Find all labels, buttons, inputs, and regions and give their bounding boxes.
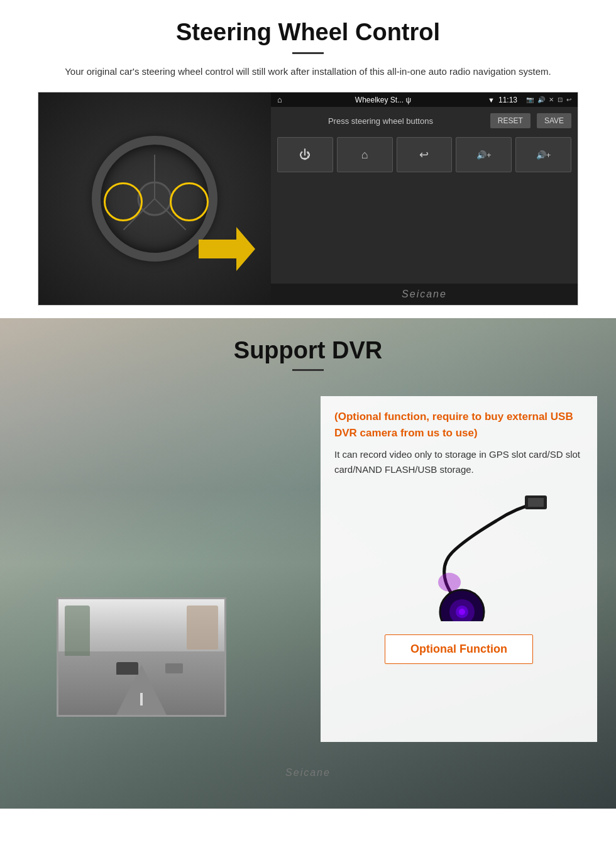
dvr-title: Support DVR (0, 337, 616, 364)
steering-title-underline (292, 52, 324, 54)
steering-section: Steering Wheel Control Your original car… (0, 0, 616, 318)
yellow-arrow (199, 227, 255, 274)
swc-key-home[interactable]: ⌂ (337, 137, 393, 172)
svg-marker-0 (199, 227, 255, 271)
right-button-circle (170, 182, 209, 221)
dvr-main-layout: (Optional function, require to buy exter… (0, 396, 616, 742)
svg-rect-2 (528, 498, 544, 507)
swc-key-vol-up[interactable]: 🔊+ (456, 137, 512, 172)
swc-key-power[interactable]: ⏻ (277, 137, 333, 172)
reset-button[interactable]: RESET (490, 113, 531, 128)
left-button-circle (104, 182, 143, 221)
steering-watermark: Seicane (271, 284, 578, 305)
steering-title: Steering Wheel Control (38, 19, 578, 46)
dvr-optional-text: (Optional function, require to buy exter… (334, 409, 583, 441)
home-icon: ⌂ (277, 95, 282, 104)
dvr-left-area (19, 396, 308, 742)
dvr-thumbnail (57, 597, 226, 717)
swc-key-back[interactable]: ↩ (397, 137, 453, 172)
status-time: 11:13 (498, 96, 517, 104)
dvr-cam-inner (58, 599, 224, 715)
save-button[interactable]: SAVE (537, 113, 571, 128)
dvr-camera-svg (339, 489, 578, 621)
dvr-title-underline (292, 369, 324, 371)
dvr-description: It can record video only to storage in G… (334, 447, 583, 477)
android-screen: ⌂ Wheelkey St... ψ ▼ 11:13 📷 🔊 ✕ ⊡ ↩ Pre… (271, 92, 578, 305)
app-title: Wheelkey St... ψ (286, 96, 480, 104)
dvr-watermark: Seicane (0, 761, 616, 785)
android-statusbar: ⌂ Wheelkey St... ψ ▼ 11:13 📷 🔊 ✕ ⊡ ↩ (271, 92, 578, 107)
android-content: Press steering wheel buttons RESET SAVE … (271, 107, 578, 284)
dvr-section: Support DVR (0, 318, 616, 809)
swc-key-vol-down[interactable]: 🔊+ (515, 137, 571, 172)
steering-wheel-photo (38, 92, 271, 305)
dvr-content: Support DVR (0, 318, 616, 785)
steering-image-container: ⌂ Wheelkey St... ψ ▼ 11:13 📷 🔊 ✕ ⊡ ↩ Pre… (38, 92, 578, 306)
swc-label: Press steering wheel buttons (277, 116, 484, 126)
svg-point-4 (438, 573, 461, 592)
svg-point-8 (459, 609, 465, 615)
swc-header: Press steering wheel buttons RESET SAVE (277, 113, 571, 128)
dvr-title-area: Support DVR (0, 337, 616, 384)
optional-function-button[interactable]: Optional Function (385, 634, 533, 664)
dvr-info-card: (Optional function, require to buy exter… (321, 396, 597, 742)
dvr-optional-btn-area: Optional Function (334, 634, 583, 664)
dvr-camera-image (334, 486, 583, 624)
steering-description: Your original car's steering wheel contr… (38, 64, 578, 79)
swc-keys-row: ⏻ ⌂ ↩ 🔊+ 🔊+ (277, 137, 571, 172)
